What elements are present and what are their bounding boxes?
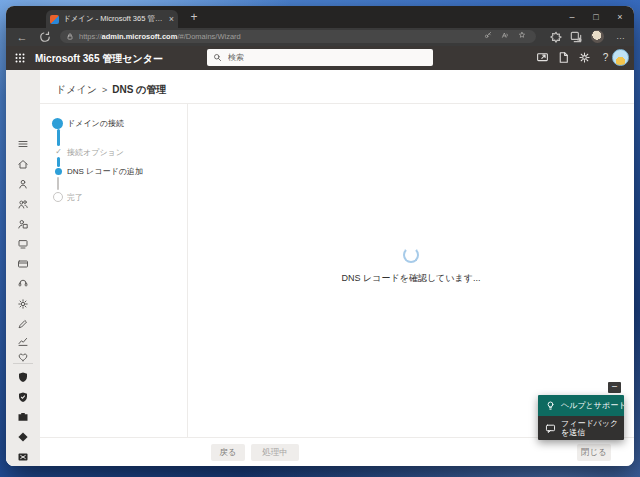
help-widget-minimize-button[interactable]: – — [608, 382, 621, 393]
sidebar-setup-icon[interactable] — [17, 318, 29, 330]
send-feedback-label: フィードバック を送信 — [561, 419, 618, 437]
tab-title: ドメイン - Microsoft 365 管理セン — [63, 14, 166, 24]
sidebar-support-icon[interactable] — [17, 278, 29, 290]
password-key-icon[interactable] — [484, 31, 496, 43]
feedback-bubble-icon — [545, 423, 556, 434]
read-aloud-icon[interactable] — [501, 31, 513, 43]
sidebar-health-icon[interactable] — [17, 351, 29, 363]
back-button[interactable]: 戻る — [211, 444, 245, 461]
help-icon[interactable]: ? — [599, 51, 612, 64]
new-tab-button[interactable]: + — [186, 9, 202, 25]
page-title: DNS の管理 — [112, 84, 166, 95]
window-controls: – □ × — [560, 6, 632, 28]
step-marker-substep-done: ✓ — [53, 146, 64, 157]
breadcrumb: ドメイン>DNS の管理 — [56, 83, 166, 97]
sidebar-devices-icon[interactable] — [17, 238, 29, 250]
tab-favicon-icon — [50, 15, 59, 24]
sidebar-billing-icon[interactable] — [17, 258, 29, 270]
help-bulb-icon — [545, 400, 556, 411]
extensions-icon[interactable] — [549, 30, 563, 44]
sidebar-settings-icon[interactable] — [17, 298, 29, 310]
back-icon[interactable]: ← — [15, 30, 29, 44]
app-launcher-icon[interactable] — [14, 52, 26, 64]
close-button[interactable]: 閉じる — [577, 444, 611, 461]
processing-button: 処理中 — [251, 444, 299, 461]
sidebar-reports-icon[interactable] — [17, 335, 29, 347]
sidebar-roles-icon[interactable] — [17, 218, 29, 230]
browser-profile-avatar[interactable] — [591, 30, 604, 43]
step-label[interactable]: 接続オプション — [67, 147, 124, 158]
step-label[interactable]: DNS レコードの追加 — [67, 166, 143, 177]
collections-icon[interactable] — [569, 30, 583, 44]
tab-close-icon[interactable]: × — [169, 14, 174, 24]
search-input[interactable] — [226, 52, 427, 63]
loading-spinner — [403, 247, 419, 263]
step-connector — [57, 129, 60, 146]
left-nav-rail — [6, 70, 40, 466]
step-connector — [57, 177, 59, 190]
header-divider — [40, 103, 634, 104]
breadcrumb-separator: > — [102, 85, 107, 95]
step-label[interactable]: 完了 — [67, 192, 83, 203]
sidebar-azure-ad-icon[interactable] — [17, 431, 29, 443]
sidebar-endpoint-manager-icon[interactable] — [17, 411, 29, 423]
sidebar-compliance-icon[interactable] — [17, 391, 29, 403]
favorite-star-icon[interactable] — [518, 31, 530, 43]
browser-menu-icon[interactable]: … — [613, 30, 629, 44]
document-icon[interactable] — [557, 51, 570, 64]
refresh-icon[interactable] — [38, 30, 52, 44]
send-feedback-button[interactable]: フィードバック を送信 — [538, 416, 624, 440]
browser-tabstrip: ドメイン - Microsoft 365 管理セン × + – □ × — [6, 6, 634, 28]
browser-window: ドメイン - Microsoft 365 管理セン × + – □ × ← ht… — [6, 6, 634, 466]
browser-tab[interactable]: ドメイン - Microsoft 365 管理セン × — [46, 10, 178, 28]
display-icon[interactable] — [536, 51, 549, 64]
steps-panel-divider — [187, 103, 188, 437]
settings-gear-icon[interactable] — [578, 51, 591, 64]
rail-divider — [13, 363, 33, 364]
page-content: ドメイン>DNS の管理 ドメインの接続✓接続オプションDNS レコードの追加完… — [6, 70, 634, 466]
step-label[interactable]: ドメインの接続 — [67, 118, 124, 129]
help-and-support-button[interactable]: ヘルプとサポート — [538, 395, 624, 416]
help-widget: ヘルプとサポート フィードバック を送信 — [538, 395, 624, 440]
window-maximize-button[interactable]: □ — [584, 6, 608, 28]
account-avatar[interactable] — [612, 49, 629, 66]
search-icon — [213, 53, 222, 62]
sidebar-groups-icon[interactable] — [17, 198, 29, 210]
sidebar-menu-icon[interactable] — [17, 138, 29, 150]
help-and-support-label: ヘルプとサポート — [561, 401, 624, 410]
sidebar-users-icon[interactable] — [17, 178, 29, 190]
app-title: Microsoft 365 管理センター — [35, 52, 163, 66]
loading-text: DNS レコードを確認しています... — [291, 272, 531, 285]
step-marker-upcoming — [53, 192, 63, 202]
step-marker-completed — [52, 118, 63, 129]
sidebar-home-icon[interactable] — [17, 158, 29, 170]
breadcrumb-parent-link[interactable]: ドメイン — [56, 84, 97, 95]
sidebar-security-icon[interactable] — [17, 371, 29, 383]
url-text: https://admin.microsoft.com/#/Domains/Wi… — [79, 32, 479, 41]
lock-icon — [66, 32, 74, 41]
browser-toolbar: ← https://admin.microsoft.com/#/Domains/… — [6, 28, 634, 46]
m365-header: Microsoft 365 管理センター ? — [6, 46, 634, 70]
address-bar[interactable]: https://admin.microsoft.com/#/Domains/Wi… — [60, 30, 536, 43]
search-box[interactable] — [207, 49, 433, 66]
window-close-button[interactable]: × — [608, 6, 632, 28]
window-minimize-button[interactable]: – — [560, 6, 584, 28]
step-marker-current — [55, 168, 62, 175]
sidebar-exchange-icon[interactable] — [17, 451, 29, 463]
step-connector — [57, 157, 60, 167]
